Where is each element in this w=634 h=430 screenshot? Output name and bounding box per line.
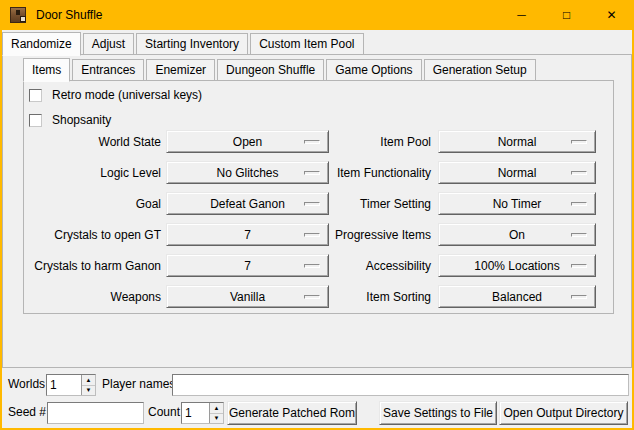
minimize-icon: ─ [517, 8, 526, 22]
item-sorting-dropdown[interactable]: Balanced [438, 285, 596, 308]
titlebar: Door Shuffle ─ □ ✕ [0, 0, 634, 30]
crystals-open-gt-label: Crystals to open GT [24, 228, 161, 242]
progressive-items-dropdown[interactable]: On [438, 223, 596, 246]
retro-mode-label: Retro mode (universal keys) [52, 88, 202, 102]
count-value[interactable] [182, 403, 209, 423]
tab-dungeon-shuffle[interactable]: Dungeon Shuffle [217, 59, 324, 81]
items-page: Retro mode (universal keys) Shopsanity W… [23, 80, 614, 314]
weapons-label: Weapons [24, 290, 161, 304]
crystals-harm-ganon-label: Crystals to harm Ganon [24, 259, 161, 273]
dropdown-indicator-icon [571, 264, 587, 268]
goal-label: Goal [24, 197, 161, 211]
dropdown-indicator-icon [571, 202, 587, 206]
accessibility-label: Accessibility [274, 259, 431, 273]
player-names-input[interactable] [172, 374, 629, 396]
dropdown-indicator-icon [571, 140, 587, 144]
seed-label: Seed # [8, 401, 46, 424]
app-window: Door Shuffle ─ □ ✕ Randomize Adjust Star… [0, 0, 634, 430]
spin-up-icon: ▲ [86, 377, 92, 383]
main-tab-bar: Randomize Adjust Starting Inventory Cust… [2, 32, 364, 55]
app-icon [10, 7, 26, 23]
worlds-spinner[interactable]: ▲ ▼ [46, 374, 96, 396]
count-label: Count [148, 401, 180, 424]
window-body: Randomize Adjust Starting Inventory Cust… [2, 30, 632, 428]
open-output-button[interactable]: Open Output Directory [499, 401, 628, 425]
world-state-label: World State [24, 135, 161, 149]
item-pool-dropdown[interactable]: Normal [438, 130, 596, 153]
count-spin-arrows: ▲ ▼ [209, 403, 223, 423]
options-right-column: Item Pool Normal Item Functionality Norm… [274, 130, 596, 308]
tab-enemizer[interactable]: Enemizer [146, 59, 215, 81]
tab-generation-setup[interactable]: Generation Setup [424, 59, 536, 81]
maximize-button[interactable]: □ [544, 0, 589, 30]
timer-setting-label: Timer Setting [274, 197, 431, 211]
maximize-icon: □ [563, 8, 570, 22]
spin-down-button[interactable]: ▼ [82, 386, 95, 396]
worlds-value[interactable] [47, 375, 81, 395]
dropdown-indicator-icon [571, 233, 587, 237]
tab-custom-item-pool[interactable]: Custom Item Pool [250, 33, 363, 55]
randomize-page: Items Entrances Enemizer Dungeon Shuffle… [2, 54, 632, 368]
tab-starting-inventory[interactable]: Starting Inventory [136, 33, 248, 55]
spin-down-button[interactable]: ▼ [210, 414, 223, 424]
player-names-label: Player names [102, 373, 175, 396]
item-functionality-dropdown[interactable]: Normal [438, 161, 596, 184]
worlds-spin-arrows: ▲ ▼ [81, 375, 95, 395]
tab-items[interactable]: Items [23, 58, 70, 82]
minimize-button[interactable]: ─ [499, 0, 544, 30]
accessibility-dropdown[interactable]: 100% Locations [438, 254, 596, 277]
worlds-label: Worlds [8, 373, 45, 396]
item-sorting-label: Item Sorting [274, 290, 431, 304]
tab-adjust[interactable]: Adjust [83, 33, 134, 55]
close-button[interactable]: ✕ [589, 0, 634, 30]
logic-level-label: Logic Level [24, 166, 161, 180]
timer-setting-dropdown[interactable]: No Timer [438, 192, 596, 215]
close-icon: ✕ [606, 8, 616, 22]
count-spinner[interactable]: ▲ ▼ [181, 402, 224, 424]
window-controls: ─ □ ✕ [499, 0, 634, 30]
shopsanity-label: Shopsanity [52, 113, 111, 127]
tab-randomize[interactable]: Randomize [2, 32, 81, 56]
dropdown-indicator-icon [571, 295, 587, 299]
tab-game-options[interactable]: Game Options [326, 59, 421, 81]
dropdown-indicator-icon [571, 171, 587, 175]
tab-entrances[interactable]: Entrances [72, 59, 144, 81]
spin-up-button[interactable]: ▲ [82, 375, 95, 386]
seed-input[interactable] [47, 402, 144, 424]
progressive-items-label: Progressive Items [274, 228, 431, 242]
save-settings-button[interactable]: Save Settings to File [379, 401, 497, 425]
generate-rom-button[interactable]: Generate Patched Rom [227, 401, 357, 425]
spin-down-icon: ▼ [86, 387, 92, 393]
retro-mode-row: Retro mode (universal keys) [29, 88, 202, 102]
spin-down-icon: ▼ [214, 415, 220, 421]
retro-mode-checkbox[interactable] [29, 89, 42, 102]
item-functionality-label: Item Functionality [274, 166, 431, 180]
item-pool-label: Item Pool [274, 135, 431, 149]
shopsanity-row: Shopsanity [29, 113, 111, 127]
spin-up-button[interactable]: ▲ [210, 403, 223, 414]
window-title: Door Shuffle [36, 8, 103, 22]
spin-up-icon: ▲ [214, 405, 220, 411]
sub-tab-bar: Items Entrances Enemizer Dungeon Shuffle… [23, 58, 536, 81]
shopsanity-checkbox[interactable] [29, 114, 42, 127]
